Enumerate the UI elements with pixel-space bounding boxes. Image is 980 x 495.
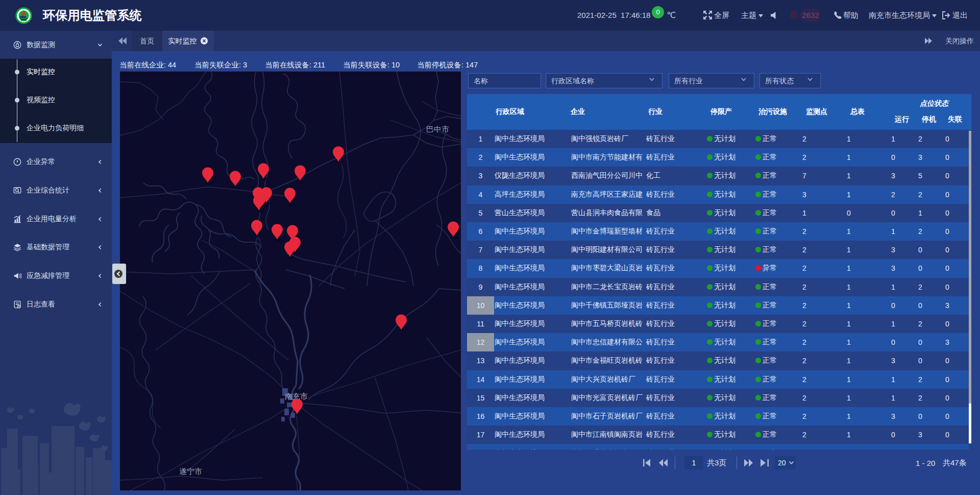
svg-text:遂宁市: 遂宁市 [179,467,202,476]
svg-text:-: - [20,9,20,11]
svg-text:巴中市: 巴中市 [426,125,449,133]
svg-text:-: - [26,9,27,11]
svg-text:c: c [18,17,19,19]
